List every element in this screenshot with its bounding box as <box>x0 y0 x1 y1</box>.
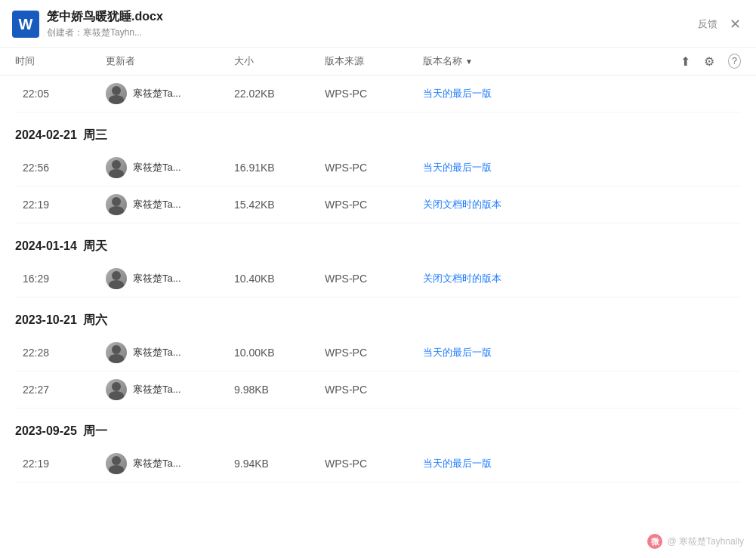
sort-icon: ▼ <box>465 57 473 66</box>
size-cell: 10.40KB <box>234 273 325 285</box>
user-cell: 寒筱楚Ta... <box>106 83 234 104</box>
week-str: 周三 <box>83 128 107 143</box>
user-cell: 寒筱楚Ta... <box>106 194 234 215</box>
user-cell: 寒筱楚Ta... <box>106 157 234 178</box>
week-str: 周天 <box>83 239 107 254</box>
app-icon: W <box>12 11 39 38</box>
col-version-name[interactable]: 版本名称 ▼ <box>423 54 680 69</box>
version-row[interactable]: 22:28 寒筱楚Ta... 10.00KB WPS-PC 当天的最后一版 <box>15 334 741 371</box>
version-label: 当天的最后一版 <box>423 161 741 174</box>
time-cell: 22:05 <box>15 88 106 100</box>
time-cell: 22:27 <box>15 384 106 396</box>
avatar <box>106 268 127 289</box>
version-row[interactable]: 22:19 寒筱楚Ta... 9.94KB WPS-PC 当天的最后一版 <box>15 445 741 482</box>
feedback-button[interactable]: 反馈 <box>698 17 717 31</box>
source-cell: WPS-PC <box>325 199 423 211</box>
version-label: 关闭文档时的版本 <box>423 198 741 211</box>
upload-button[interactable]: ⬆ <box>680 54 690 69</box>
size-cell: 10.00KB <box>234 347 325 359</box>
watermark: 微 @ 寒筱楚Tayhnally <box>647 534 744 549</box>
avatar <box>106 342 127 363</box>
source-cell: WPS-PC <box>325 273 423 285</box>
size-cell: 9.94KB <box>234 458 325 470</box>
avatar <box>106 83 127 104</box>
col-updater: 更新者 <box>106 54 234 69</box>
user-cell: 寒筱楚Ta... <box>106 453 234 474</box>
version-label: 当天的最后一版 <box>423 457 741 470</box>
version-label: 当天的最后一版 <box>423 346 741 359</box>
user-name: 寒筱楚Ta... <box>133 346 181 359</box>
col-size: 大小 <box>234 54 325 69</box>
header: W 笼中娇鸟暖犹睡.docx 创建者：寒筱楚Tayhn... 反馈 ✕ <box>0 0 756 48</box>
date-group-header-1: 2024-02-21周三 <box>15 113 741 150</box>
size-cell: 9.98KB <box>234 384 325 396</box>
user-name: 寒筱楚Ta... <box>133 383 181 396</box>
source-cell: WPS-PC <box>325 458 423 470</box>
watermark-text: @ 寒筱楚Tayhnally <box>667 535 744 548</box>
week-str: 周六 <box>83 313 107 328</box>
header-info: 笼中娇鸟暖犹睡.docx 创建者：寒筱楚Tayhn... <box>47 9 698 39</box>
version-row[interactable]: 22:05 寒筱楚Ta... 22.02KB WPS-PC 当天的最后一版 <box>15 76 741 113</box>
col-time: 时间 <box>15 54 106 69</box>
source-cell: WPS-PC <box>325 88 423 100</box>
user-name: 寒筱楚Ta... <box>133 457 181 470</box>
size-cell: 16.91KB <box>234 162 325 174</box>
column-headers: 时间 更新者 大小 版本来源 版本名称 ▼ ⬆ ⚙ ? <box>0 48 756 76</box>
time-cell: 22:56 <box>15 162 106 174</box>
size-cell: 15.42KB <box>234 199 325 211</box>
avatar <box>106 379 127 400</box>
source-cell: WPS-PC <box>325 347 423 359</box>
time-cell: 22:28 <box>15 347 106 359</box>
help-button[interactable]: ? <box>728 54 741 69</box>
date-group-header-3: 2023-10-21周六 <box>15 297 741 334</box>
version-row[interactable]: 22:19 寒筱楚Ta... 15.42KB WPS-PC 关闭文档时的版本 <box>15 187 741 224</box>
avatar <box>106 157 127 178</box>
settings-button[interactable]: ⚙ <box>704 54 714 69</box>
user-cell: 寒筱楚Ta... <box>106 342 234 363</box>
size-cell: 22.02KB <box>234 88 325 100</box>
week-str: 周一 <box>83 424 107 439</box>
header-actions: 反馈 ✕ <box>698 17 741 31</box>
user-name: 寒筱楚Ta... <box>133 87 181 100</box>
version-row[interactable]: 22:27 寒筱楚Ta... 9.98KB WPS-PC <box>15 371 741 408</box>
time-cell: 22:19 <box>15 199 106 211</box>
time-cell: 22:19 <box>15 458 106 470</box>
source-cell: WPS-PC <box>325 162 423 174</box>
date-group-header-2: 2024-01-14周天 <box>15 224 741 261</box>
date-str: 2024-01-14 <box>15 239 77 253</box>
user-cell: 寒筱楚Ta... <box>106 268 234 289</box>
user-cell: 寒筱楚Ta... <box>106 379 234 400</box>
document-subtitle: 创建者：寒筱楚Tayhn... <box>47 26 698 39</box>
date-str: 2024-02-21 <box>15 128 77 142</box>
avatar <box>106 453 127 474</box>
close-button[interactable]: ✕ <box>730 17 741 31</box>
time-cell: 16:29 <box>15 273 106 285</box>
date-str: 2023-09-25 <box>15 424 77 438</box>
version-list: 22:05 寒筱楚Ta... 22.02KB WPS-PC 当天的最后一版 20… <box>0 76 756 550</box>
user-name: 寒筱楚Ta... <box>133 198 181 211</box>
document-title: 笼中娇鸟暖犹睡.docx <box>47 9 698 25</box>
avatar <box>106 194 127 215</box>
user-name: 寒筱楚Ta... <box>133 161 181 174</box>
version-row[interactable]: 16:29 寒筱楚Ta... 10.40KB WPS-PC 关闭文档时的版本 <box>15 261 741 297</box>
header-icon-buttons: ⬆ ⚙ ? <box>680 54 741 69</box>
weibo-icon: 微 <box>647 534 662 549</box>
date-group-header-4: 2023-09-25周一 <box>15 408 741 445</box>
date-str: 2023-10-21 <box>15 313 77 327</box>
col-source: 版本来源 <box>325 54 423 69</box>
version-label: 关闭文档时的版本 <box>423 272 741 285</box>
user-name: 寒筱楚Ta... <box>133 272 181 285</box>
source-cell: WPS-PC <box>325 384 423 396</box>
version-row[interactable]: 22:56 寒筱楚Ta... 16.91KB WPS-PC 当天的最后一版 <box>15 150 741 187</box>
app-container: W 笼中娇鸟暖犹睡.docx 创建者：寒筱楚Tayhn... 反馈 ✕ 时间 更… <box>0 0 756 550</box>
version-label: 当天的最后一版 <box>423 87 741 100</box>
